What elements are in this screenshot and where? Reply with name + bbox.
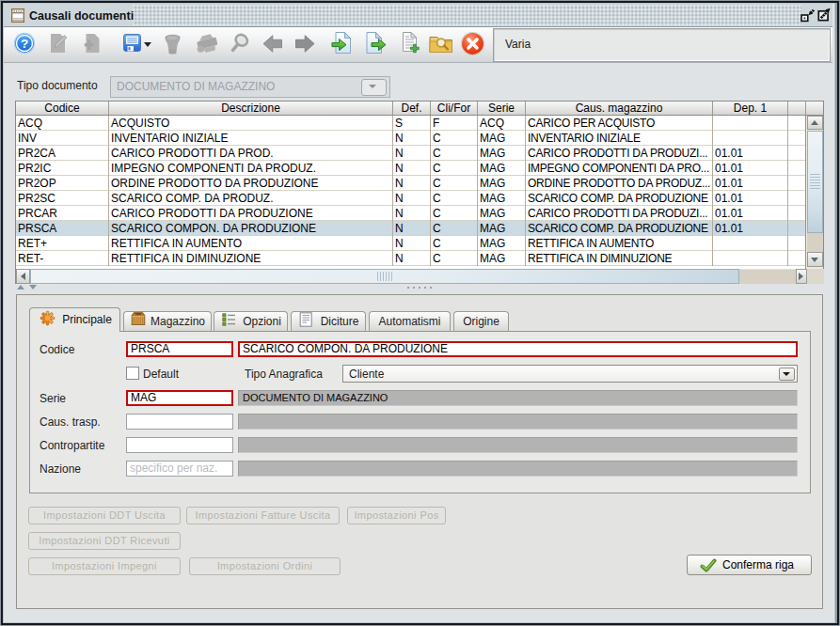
svg-text:?: ? bbox=[21, 37, 28, 51]
